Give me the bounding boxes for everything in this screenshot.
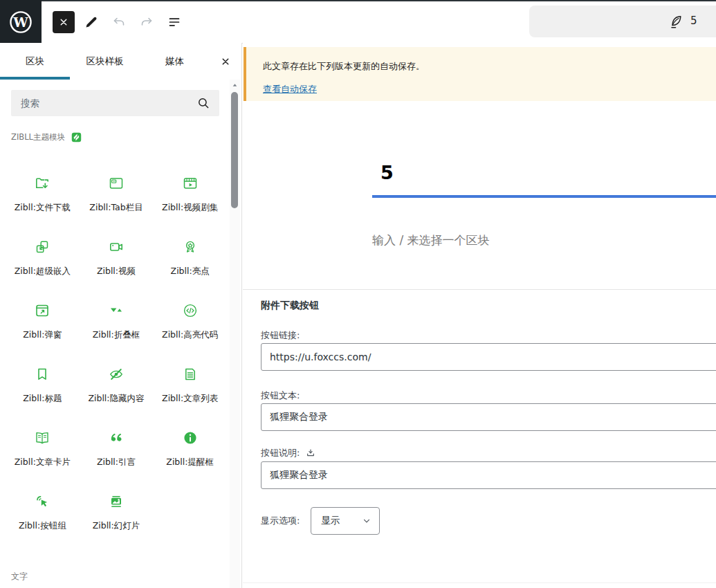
block-inserter-toggle-button[interactable]: [53, 11, 75, 33]
block-grid: Zibll:文件下载TabZibll:Tab栏目Zibll:视频剧集Zibll:…: [6, 169, 227, 551]
block-item[interactable]: Zibll:弹窗: [6, 296, 80, 360]
close-icon: [219, 55, 232, 68]
list-view-button[interactable]: [165, 12, 184, 32]
wordpress-logo-button[interactable]: W: [0, 0, 42, 44]
button-link-label: 按钮链接:: [261, 329, 300, 342]
draft-quill-icon: [668, 13, 684, 30]
close-icon: [57, 16, 70, 28]
block-item-label: Zibll:弹窗: [23, 329, 62, 341]
button-description-input[interactable]: [261, 461, 716, 489]
embed-icon: [34, 239, 51, 255]
scrollbar-thumb[interactable]: [231, 92, 238, 208]
post-title[interactable]: 5: [380, 162, 394, 183]
metabox-bottom-divider: [243, 582, 716, 583]
popup-window-icon: [34, 302, 51, 319]
zibll-logo-icon: [71, 131, 82, 143]
collapse-icon: [108, 302, 125, 319]
block-item[interactable]: TabZibll:Tab栏目: [80, 169, 154, 232]
button-link-input[interactable]: [261, 343, 716, 371]
title-block-selection-line: [372, 195, 716, 198]
code-circle-icon: [182, 302, 199, 319]
tab-patterns[interactable]: 区块样板: [70, 43, 140, 80]
bookmark-icon: [34, 366, 51, 383]
block-item[interactable]: Zibll:文章卡片: [6, 423, 80, 487]
zibll-section-title: ZIBLL主题模块: [11, 132, 65, 143]
block-item[interactable]: Zibll:文件下载: [6, 169, 80, 232]
wordpress-icon: W: [8, 9, 34, 35]
pencil-icon: [83, 14, 100, 30]
block-item-label: Zibll:引言: [97, 457, 136, 468]
block-item-label: Zibll:折叠框: [93, 329, 140, 341]
eye-hidden-icon: [108, 366, 125, 383]
download-icon: [305, 448, 316, 459]
document-title-text: 5: [690, 15, 697, 27]
video-camera-icon: [108, 239, 125, 255]
article-list-icon: [182, 366, 199, 383]
display-option-label: 显示选项:: [261, 515, 300, 527]
editor-topbar: W 5: [0, 1, 716, 44]
block-item-label: Zibll:Tab栏目: [89, 202, 143, 214]
inserter-tabs: 区块 区块样板 媒体: [0, 43, 241, 80]
tab-icon: Tab: [108, 175, 125, 192]
display-option-select[interactable]: 显示: [311, 507, 380, 535]
undo-button[interactable]: [109, 12, 129, 32]
block-item[interactable]: Zibll:文章列表: [153, 360, 227, 423]
block-item[interactable]: Zibll:引言: [80, 423, 154, 487]
block-item-label: Zibll:标题: [23, 393, 62, 405]
block-item-label: Zibll:隐藏内容: [88, 393, 144, 405]
block-item[interactable]: Zibll:折叠框: [80, 296, 154, 360]
autosave-notice: 此文章存在比下列版本更新的自动保存。 查看自动保存: [244, 47, 716, 101]
film-episodes-icon: [182, 175, 199, 192]
block-item[interactable]: Zibll:幻灯片: [80, 487, 154, 551]
tab-blocks[interactable]: 区块: [0, 43, 70, 80]
view-autosave-link[interactable]: 查看自动保存: [263, 83, 317, 95]
sidebar-scrollbar[interactable]: [230, 80, 240, 588]
block-item-label: Zibll:提醒框: [166, 457, 214, 468]
block-search-box[interactable]: [11, 90, 219, 116]
block-item-label: Zibll:亮点: [171, 266, 210, 277]
metabox-heading: 附件下载按钮: [261, 300, 319, 312]
block-item[interactable]: Zibll:亮点: [153, 232, 227, 296]
paragraph-placeholder[interactable]: 输入 / 来选择一个区块: [372, 232, 490, 248]
block-item[interactable]: Zibll:隐藏内容: [80, 360, 154, 423]
scroll-up-arrow-icon[interactable]: [230, 81, 239, 90]
svg-text:W: W: [12, 14, 28, 29]
close-inserter-button[interactable]: [210, 43, 241, 80]
block-item-label: Zibll:高亮代码: [162, 329, 218, 341]
slides-icon: [108, 493, 125, 510]
attachment-download-metabox: 附件下载按钮 按钮链接: 按钮文本: 按钮说明: 显示选项: 显示: [243, 289, 716, 588]
quote-icon: [108, 430, 125, 446]
block-item-label: Zibll:文章卡片: [15, 457, 71, 468]
open-book-icon: [34, 430, 51, 446]
tab-media[interactable]: 媒体: [140, 43, 210, 80]
button-description-label: 按钮说明:: [261, 447, 316, 459]
block-item[interactable]: Zibll:高亮代码: [153, 296, 227, 360]
edit-tool-button[interactable]: [82, 12, 101, 32]
block-item[interactable]: Zibll:超级嵌入: [6, 232, 80, 296]
zibll-section-header: ZIBLL主题模块: [11, 131, 82, 143]
folder-download-icon: [34, 175, 51, 192]
list-view-icon: [166, 14, 183, 30]
block-item[interactable]: Zibll:按钮组: [6, 487, 80, 551]
medal-icon: [182, 239, 199, 255]
editor-canvas: 此文章存在比下列版本更新的自动保存。 查看自动保存 5 输入 / 来选择一个区块…: [243, 43, 716, 588]
document-title-bar[interactable]: 5: [529, 6, 716, 37]
block-item-label: Zibll:文章列表: [162, 393, 218, 405]
button-text-input[interactable]: [261, 403, 716, 431]
block-search-input[interactable]: [19, 97, 196, 109]
block-item[interactable]: Zibll:视频: [80, 232, 154, 296]
redo-button[interactable]: [137, 12, 156, 32]
cursor-click-icon: [34, 493, 51, 510]
block-item-label: Zibll:视频剧集: [162, 202, 218, 214]
block-item-label: Zibll:文件下载: [15, 202, 71, 214]
block-item[interactable]: Zibll:标题: [6, 360, 80, 423]
block-inserter-panel: 区块 区块样板 媒体 ZIBLL主题模块 Zibll:文件下载TabZibll:…: [0, 43, 242, 588]
chevron-down-icon: [361, 515, 372, 526]
display-option-row: 显示选项: 显示: [261, 507, 380, 535]
block-item-label: Zibll:按钮组: [19, 520, 66, 532]
block-item[interactable]: Zibll:提醒框: [153, 423, 227, 487]
block-item-label: Zibll:幻灯片: [93, 520, 140, 532]
autosave-notice-message: 此文章存在比下列版本更新的自动保存。: [263, 60, 699, 73]
block-item[interactable]: Zibll:视频剧集: [153, 169, 227, 232]
svg-text:Tab: Tab: [111, 180, 116, 183]
